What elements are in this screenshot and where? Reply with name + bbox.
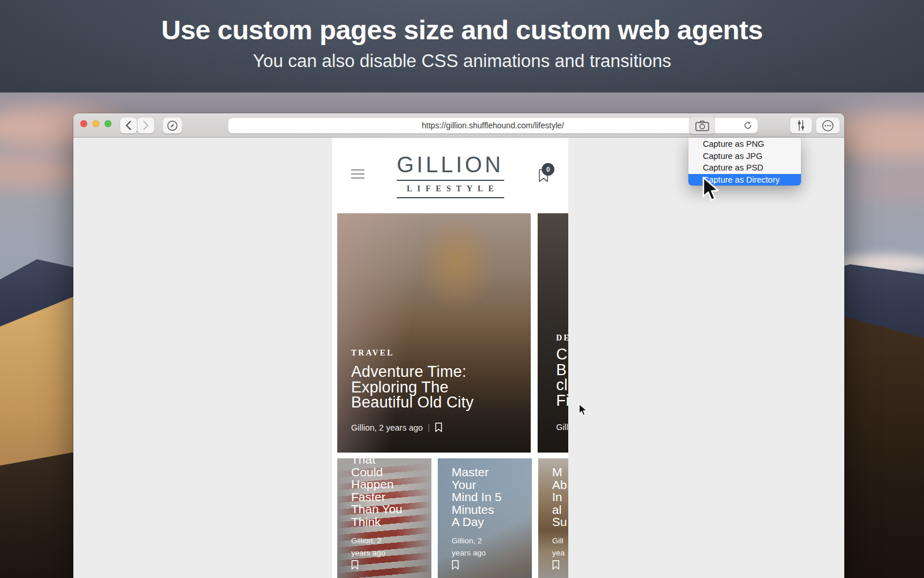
post-title: Master Your Mind In 5 Minutes A Day: [452, 466, 501, 528]
site-logo-subtitle: LIFESTYLE: [337, 184, 568, 194]
browser-toolbar: https://gillion.shufflehound.com/lifesty…: [73, 113, 844, 138]
post-title: M Ab In al Su: [552, 466, 567, 528]
banner-title: Use custom pages size and custom web age…: [0, 0, 924, 46]
refresh-icon: [743, 121, 752, 130]
menu-item-capture-jpg[interactable]: Capture as JPG: [688, 150, 801, 162]
browser-home-button[interactable]: [163, 117, 182, 134]
bookmark-icon[interactable]: [435, 423, 442, 432]
site-header: GILLION LIFESTYLE 0: [332, 138, 568, 211]
post-meta: Gillion, 2 years ago: [351, 535, 385, 559]
promo-banner: Use custom pages size and custom web age…: [0, 0, 924, 92]
post-meta: Gill: [556, 423, 568, 432]
meta-divider: [429, 424, 429, 432]
post-meta: Gill yea: [552, 535, 565, 559]
banner-subtitle: You can also disable CSS animations and …: [0, 51, 924, 72]
minimize-window-button[interactable]: [92, 120, 99, 127]
logo-divider: [397, 180, 504, 181]
forward-button[interactable]: [137, 117, 154, 134]
settings-sliders-button[interactable]: [790, 117, 812, 134]
browser-window: https://gillion.shufflehound.com/lifesty…: [73, 113, 844, 578]
bookmark-icon[interactable]: [351, 560, 359, 570]
post-card-partial[interactable]: M Ab In al Su Gill yea: [538, 458, 568, 578]
post-card-adventure-time[interactable]: TRAVEL Adventure Time: Exploring The Bea…: [337, 213, 531, 453]
chevron-right-icon: [143, 121, 149, 130]
ellipsis-circle-icon: [822, 120, 834, 132]
mouse-cursor-large: [702, 176, 722, 204]
bookmark-count-badge: 0: [542, 163, 554, 176]
site-logo-title: GILLION: [332, 153, 568, 177]
capture-button[interactable]: [689, 117, 715, 134]
close-window-button[interactable]: [80, 120, 87, 127]
logo-divider: [397, 197, 504, 198]
more-options-button[interactable]: [816, 117, 840, 134]
back-button[interactable]: [120, 117, 137, 134]
post-meta: Gillion, 2 years ago: [351, 423, 442, 432]
url-text: https://gillion.shufflehound.com/lifesty…: [422, 121, 564, 130]
mouse-cursor: [579, 403, 588, 418]
post-meta: Gillion, 2 years ago: [452, 535, 486, 559]
zoom-window-button[interactable]: [105, 120, 111, 127]
post-title: That Could Happen Faster Than You Think: [351, 458, 403, 528]
page-viewport: GILLION LIFESTYLE 0 TRAVEL Adventure Tim…: [332, 138, 568, 578]
post-card-partial[interactable]: DE C B cl Fi Gill: [538, 213, 568, 453]
cloud-shape: [849, 168, 924, 202]
compass-icon: [167, 120, 178, 131]
featured-posts-row: TRAVEL Adventure Time: Exploring The Bea…: [337, 213, 568, 453]
sliders-icon: [796, 120, 806, 131]
chevron-left-icon: [125, 121, 132, 130]
url-bar[interactable]: https://gillion.shufflehound.com/lifesty…: [228, 118, 758, 134]
bookmark-icon[interactable]: [452, 560, 459, 570]
post-card-could-happen[interactable]: That Could Happen Faster Than You Think …: [337, 458, 431, 578]
post-title: C B cl Fi: [556, 347, 568, 408]
post-category[interactable]: DE: [556, 334, 568, 343]
site-logo[interactable]: GILLION LIFESTYLE: [332, 153, 568, 198]
camera-icon: [695, 120, 709, 131]
posts-grid-row: That Could Happen Faster Than You Think …: [337, 458, 568, 578]
post-card-master-your-mind[interactable]: Master Your Mind In 5 Minutes A Day Gill…: [438, 458, 532, 578]
refresh-button[interactable]: [743, 121, 752, 132]
menu-item-capture-png[interactable]: Capture as PNG: [688, 138, 801, 150]
bookmark-icon[interactable]: [552, 560, 560, 570]
post-category[interactable]: TRAVEL: [351, 349, 394, 358]
menu-item-capture-psd[interactable]: Capture as PSD: [688, 162, 801, 174]
post-title: Adventure Time: Exploring The Beautiful …: [351, 364, 474, 410]
